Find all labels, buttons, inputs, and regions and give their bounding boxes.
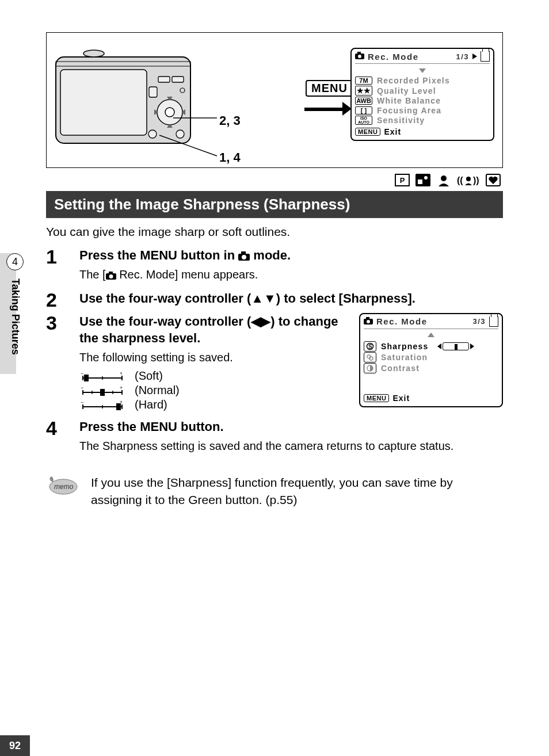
svg-rect-15 xyxy=(357,52,361,54)
svg-rect-11 xyxy=(149,87,157,97)
svg-rect-42 xyxy=(100,389,105,396)
svg-rect-28 xyxy=(109,272,113,274)
rec-mode-screen-2: Rec. Mode 3/3 S Sharpness xyxy=(359,313,503,407)
chapter-number: 4 xyxy=(6,253,24,270)
svg-point-29 xyxy=(109,274,113,278)
camera-icon xyxy=(106,268,116,281)
camera-icon xyxy=(355,52,364,61)
step-2: 2 Use the four-way controller (▲▼) to se… xyxy=(46,290,503,310)
svg-point-16 xyxy=(358,55,361,58)
memo-text: If you use the [Sharpness] function freq… xyxy=(91,474,503,509)
step-3: 3 Use the four-way controller (◀▶) to ch… xyxy=(46,313,503,415)
chapter-label: Taking Pictures xyxy=(9,278,21,355)
sharpness-icon: S xyxy=(364,341,376,352)
mode-stabilize-icon: (()) xyxy=(457,174,480,186)
svg-rect-34 xyxy=(84,375,89,381)
mode-icons-row: P (()) xyxy=(46,174,503,186)
screen-title: Rec. Mode xyxy=(376,316,428,326)
mode-night-icon xyxy=(415,174,430,186)
svg-point-22 xyxy=(466,177,471,181)
section-heading: Setting the Image Sharpness (Sharpness) xyxy=(46,191,503,218)
pixels-icon: 7M xyxy=(355,77,372,85)
contrast-icon xyxy=(364,363,376,373)
svg-text:((: (( xyxy=(457,175,463,185)
step-1: 1 Press the MENU button in mode. The [ R… xyxy=(46,247,503,287)
slider-hard-icon: −+ xyxy=(81,400,124,410)
memo-icon: memo xyxy=(46,474,79,499)
svg-rect-25 xyxy=(241,251,246,254)
menu-chip: MENU xyxy=(355,128,380,136)
sharpness-level-hard: −+ (Hard) xyxy=(81,398,351,411)
slider-soft-icon: −+ xyxy=(81,371,124,381)
svg-rect-9 xyxy=(172,77,184,82)
leader-line xyxy=(173,114,217,126)
svg-text:−: − xyxy=(81,399,83,405)
screen-title: Rec. Mode xyxy=(368,52,419,62)
svg-text:+: + xyxy=(120,399,123,405)
sharpness-level-normal: −+ (Normal) xyxy=(81,384,351,397)
callout-buttons-14: 1, 4 xyxy=(219,150,241,165)
chevron-up-icon xyxy=(428,333,434,337)
menu-item-sharpness: S Sharpness xyxy=(364,341,498,352)
svg-text:S: S xyxy=(368,343,373,350)
tab-icon xyxy=(481,51,490,62)
saturation-icon xyxy=(364,352,376,362)
menu-item-label: Sensitivity xyxy=(377,116,425,125)
intro-text: You can give the image sharp or soft out… xyxy=(46,225,503,239)
slider-normal-icon: −+ xyxy=(81,385,124,396)
callout-buttons-23: 2, 3 xyxy=(219,113,241,128)
svg-rect-17 xyxy=(415,174,430,186)
step-number: 1 xyxy=(46,247,69,287)
svg-text:−: − xyxy=(81,371,83,376)
rec-mode-screen-1: Rec. Mode 1/3 7MRecorded Pixels ★★Qualit… xyxy=(350,48,494,141)
svg-line-13 xyxy=(159,135,217,156)
svg-point-26 xyxy=(242,255,246,259)
menu-item-label: Recorded Pixels xyxy=(377,76,450,85)
svg-rect-2 xyxy=(60,70,147,135)
step-number: 2 xyxy=(46,290,69,310)
menu-button-label: MENU xyxy=(306,80,353,97)
mode-program-icon: P xyxy=(395,174,410,186)
quality-icon: ★★ xyxy=(355,86,372,96)
svg-rect-8 xyxy=(158,77,170,82)
step-number: 3 xyxy=(46,313,69,415)
svg-rect-53 xyxy=(366,317,369,319)
mode-favorite-icon xyxy=(486,174,501,186)
svg-rect-18 xyxy=(418,180,422,184)
focus-area-icon: [ ] xyxy=(355,106,372,114)
memo-block: memo If you use the [Sharpness] function… xyxy=(46,474,503,509)
step-number: 4 xyxy=(46,418,69,458)
svg-point-6 xyxy=(148,130,157,138)
step-4: 4 Press the MENU button. The Sharpness s… xyxy=(46,418,503,458)
svg-point-54 xyxy=(367,320,370,323)
mode-portrait-icon xyxy=(436,174,451,186)
camera-icon xyxy=(238,249,250,262)
sharpness-level-soft: −+ (Soft) xyxy=(81,369,351,383)
tab-icon xyxy=(489,316,498,327)
menu-item-label: Quality Level xyxy=(377,86,436,96)
svg-text:)): )) xyxy=(473,175,479,185)
menu-chip: MENU xyxy=(364,394,389,402)
screen-page-indicator: 3/3 xyxy=(472,317,486,326)
svg-text:+: + xyxy=(120,385,123,391)
leader-line xyxy=(159,135,217,158)
chevron-right-icon xyxy=(472,54,477,59)
screen-page-indicator: 1/3 xyxy=(456,52,469,61)
svg-text:+: + xyxy=(120,371,123,376)
svg-text:−: − xyxy=(81,385,83,391)
left-right-indicator xyxy=(437,342,474,350)
exit-label: Exit xyxy=(392,394,410,403)
svg-text:memo: memo xyxy=(54,483,74,491)
awb-icon: AWB xyxy=(355,97,372,105)
page-content: 2, 3 1, 4 MENU Rec. Mode 1/3 7MRecorded … xyxy=(0,0,549,509)
svg-point-3 xyxy=(83,50,104,57)
chevron-down-icon xyxy=(419,68,426,73)
svg-point-19 xyxy=(424,176,428,180)
top-diagram: 2, 3 1, 4 MENU Rec. Mode 1/3 7MRecorded … xyxy=(46,32,503,168)
iso-icon: ISO AUTO xyxy=(355,116,372,125)
menu-item-saturation: Saturation xyxy=(364,352,498,362)
menu-item-label: White Balance xyxy=(377,96,441,105)
page-number: 92 xyxy=(0,735,30,756)
menu-item-label: Focusing Area xyxy=(377,106,441,115)
exit-label: Exit xyxy=(384,127,401,136)
